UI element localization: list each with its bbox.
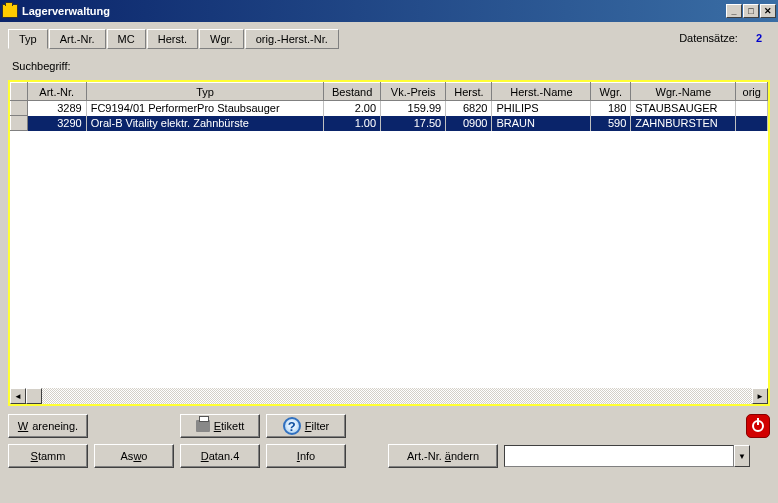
grid-corner [11,83,28,101]
tab-orig-herst-nr-[interactable]: orig.-Herst.-Nr. [245,29,339,49]
cell-wgr[interactable]: 180 [591,101,631,116]
power-close-button[interactable] [746,414,770,438]
cell-herst[interactable]: 0900 [446,116,492,131]
cell-bestand[interactable]: 1.00 [324,116,381,131]
record-count-value: 2 [756,32,762,44]
horizontal-scrollbar[interactable]: ◄ ► [10,388,768,404]
app-folder-icon [2,4,18,18]
column-header[interactable]: Typ [86,83,324,101]
search-label: Suchbegriff: [8,58,770,74]
maximize-button[interactable]: □ [743,4,759,18]
scroll-thumb[interactable] [26,388,42,404]
column-header[interactable]: orig [736,83,768,101]
cell-herst-name[interactable]: BRAUN [492,116,591,131]
stamm-button[interactable]: Stamm [8,444,88,468]
column-header[interactable]: Bestand [324,83,381,101]
column-header[interactable]: Wgr. [591,83,631,101]
help-filter-icon: ? [283,417,301,435]
artnr-combo[interactable]: ▼ [504,445,750,467]
tab-herst-[interactable]: Herst. [147,29,198,49]
window-title: Lagerverwaltung [22,5,726,17]
column-header[interactable]: Wgr.-Name [631,83,736,101]
tab-strip: TypArt.-Nr.MCHerst.Wgr.orig.-Herst.-Nr. [8,28,340,48]
column-header[interactable]: Vk.-Preis [381,83,446,101]
cell-vk-preis[interactable]: 17.50 [381,116,446,131]
minimize-button[interactable]: _ [726,4,742,18]
etikett-button[interactable]: Etikett [180,414,260,438]
cell-art-nr[interactable]: 3290 [27,116,86,131]
wareneing-button[interactable]: Wareneing. [8,414,88,438]
record-count-label: Datensätze: [679,32,738,44]
cell-herst[interactable]: 6820 [446,101,492,116]
titlebar: Lagerverwaltung _ □ ✕ [0,0,778,22]
scroll-track[interactable] [26,388,752,404]
tab-wgr-[interactable]: Wgr. [199,29,244,49]
datan4-button[interactable]: Datan.4 [180,444,260,468]
info-button[interactable]: Info [266,444,346,468]
cell-bestand[interactable]: 2.00 [324,101,381,116]
artnr-aendern-button[interactable]: Art.-Nr. ändern [388,444,498,468]
data-grid[interactable]: Art.-Nr.TypBestandVk.-PreisHerst.Herst.-… [8,80,770,406]
tab-mc[interactable]: MC [107,29,146,49]
print-icon [196,420,210,432]
tab-art-nr-[interactable]: Art.-Nr. [49,29,106,49]
cell-art-nr[interactable]: 3289 [27,101,86,116]
artnr-combo-input[interactable] [504,445,734,467]
row-header[interactable] [11,116,28,131]
cell-wgr-name[interactable]: STAUBSAUGER [631,101,736,116]
table-row[interactable]: 3289FC9194/01 PerformerPro Staubsauger2.… [11,101,768,116]
content-area: TypArt.-Nr.MCHerst.Wgr.orig.-Herst.-Nr. … [0,22,778,474]
cell-wgr-name[interactable]: ZAHNBURSTEN [631,116,736,131]
artnr-combo-dropdown-button[interactable]: ▼ [734,445,750,467]
power-icon [752,420,764,432]
column-header[interactable]: Art.-Nr. [27,83,86,101]
cell-typ[interactable]: FC9194/01 PerformerPro Staubsauger [86,101,324,116]
scroll-right-button[interactable]: ► [752,388,768,404]
cell-herst-name[interactable]: PHILIPS [492,101,591,116]
table-row[interactable]: 3290Oral-B Vitality elektr. Zahnbürste1.… [11,116,768,131]
filter-button[interactable]: ?Filter [266,414,346,438]
column-header[interactable]: Herst.-Name [492,83,591,101]
aswo-button[interactable]: Aswo [94,444,174,468]
record-count: Datensätze: 2 [679,32,770,44]
cell-orig[interactable] [736,101,768,116]
close-button[interactable]: ✕ [760,4,776,18]
cell-vk-preis[interactable]: 159.99 [381,101,446,116]
row-header[interactable] [11,101,28,116]
cell-typ[interactable]: Oral-B Vitality elektr. Zahnbürste [86,116,324,131]
tab-typ[interactable]: Typ [8,29,48,49]
column-header[interactable]: Herst. [446,83,492,101]
scroll-left-button[interactable]: ◄ [10,388,26,404]
cell-orig[interactable] [736,116,768,131]
cell-wgr[interactable]: 590 [591,116,631,131]
